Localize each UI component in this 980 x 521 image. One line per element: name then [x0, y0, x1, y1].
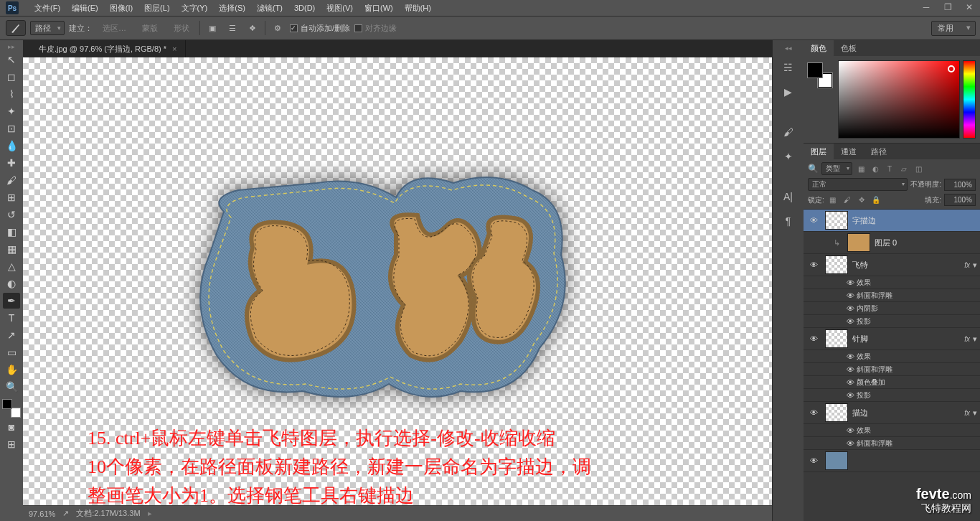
quick-mask-toggle[interactable]: ◙: [3, 419, 20, 435]
make-shape-button[interactable]: 形状: [168, 22, 195, 35]
gradient-tool[interactable]: ▦: [3, 241, 20, 257]
lock-trans-icon[interactable]: ▦: [827, 194, 839, 206]
character-icon[interactable]: A|: [780, 188, 797, 205]
lock-pixels-icon[interactable]: 🖌: [842, 194, 853, 206]
menu-image[interactable]: 图像(I): [104, 0, 138, 16]
brush-tool[interactable]: 🖌: [3, 172, 20, 188]
fx-badge[interactable]: fx: [964, 335, 970, 343]
filter-adjust-icon[interactable]: ◐: [870, 163, 881, 174]
layer-item[interactable]: ↳ 图层 0: [804, 232, 980, 254]
layer-name[interactable]: 字描边: [852, 215, 977, 226]
rectangle-tool[interactable]: ▭: [3, 344, 20, 360]
path-arrange-icon[interactable]: ❖: [245, 20, 260, 36]
pen-tool[interactable]: ✒: [3, 293, 20, 309]
layer-item[interactable]: 👁 描边 fx▾: [804, 402, 980, 424]
menu-layer[interactable]: 图层(L): [138, 0, 175, 16]
layer-thumbnail[interactable]: [825, 255, 848, 274]
eraser-tool[interactable]: ◧: [3, 224, 20, 240]
layer-item[interactable]: 👁 针脚 fx▾: [804, 328, 980, 350]
magic-wand-tool[interactable]: ✦: [3, 103, 20, 119]
visibility-icon[interactable]: 👁: [806, 334, 821, 343]
menu-filter[interactable]: 滤镜(T): [251, 0, 288, 16]
type-tool[interactable]: T: [3, 310, 20, 326]
fx-row[interactable]: 👁效果: [804, 350, 980, 363]
fx-row[interactable]: 👁斜面和浮雕: [804, 437, 980, 450]
filter-shape-icon[interactable]: ▱: [898, 163, 910, 174]
menu-edit[interactable]: 编辑(E): [66, 0, 104, 16]
doc-size[interactable]: 文档:2.17M/13.3M: [76, 508, 140, 519]
path-align-icon[interactable]: ☰: [225, 20, 240, 36]
channels-tab[interactable]: 通道: [834, 144, 864, 159]
stamp-tool[interactable]: ⊞: [3, 189, 20, 205]
menu-3d[interactable]: 3D(D): [288, 0, 321, 16]
pen-mode-dropdown[interactable]: 路径: [30, 21, 65, 35]
menu-type[interactable]: 文字(Y): [176, 0, 214, 16]
restore-button[interactable]: ❐: [937, 0, 958, 14]
fx-row[interactable]: 👁斜面和浮雕: [804, 289, 980, 302]
lasso-tool[interactable]: ⌇: [3, 86, 20, 102]
crop-tool[interactable]: ⊡: [3, 121, 20, 136]
zoom-tool[interactable]: 🔍: [3, 379, 20, 395]
layer-thumbnail[interactable]: [825, 451, 848, 470]
layer-item[interactable]: 👁: [804, 450, 980, 472]
make-mask-button[interactable]: 蒙版: [136, 22, 164, 35]
lock-position-icon[interactable]: ✥: [856, 194, 867, 206]
filter-pixels-icon[interactable]: ▦: [855, 163, 867, 174]
zoom-level[interactable]: 97.61%: [29, 510, 55, 518]
layer-name[interactable]: 图层 0: [875, 238, 977, 248]
layer-name[interactable]: 针脚: [852, 334, 964, 344]
menu-help[interactable]: 帮助(H): [399, 0, 437, 16]
path-select-tool[interactable]: ↗: [3, 327, 20, 343]
menu-file[interactable]: 文件(F): [29, 0, 66, 16]
swatches-tab[interactable]: 色板: [834, 40, 864, 56]
brush-presets-icon[interactable]: ✦: [780, 148, 797, 165]
layer-thumbnail[interactable]: [847, 233, 870, 252]
workspace-dropdown[interactable]: 常用: [931, 21, 976, 36]
color-field[interactable]: [838, 60, 960, 139]
fx-row[interactable]: 👁颜色叠加: [804, 376, 980, 389]
menu-window[interactable]: 窗口(W): [359, 0, 399, 16]
fx-badge[interactable]: fx: [964, 261, 970, 269]
layer-thumbnail[interactable]: [825, 211, 848, 230]
fx-badge[interactable]: fx: [964, 409, 970, 417]
minimize-button[interactable]: ─: [915, 0, 937, 14]
actions-icon[interactable]: ▶: [780, 83, 797, 100]
panel-color-swatches[interactable]: [808, 63, 832, 88]
layer-name[interactable]: 飞特: [852, 260, 964, 271]
move-tool[interactable]: ↖: [3, 52, 20, 67]
align-edges-checkbox[interactable]: 对齐边缘: [354, 23, 397, 34]
close-tab-icon[interactable]: ×: [172, 44, 176, 53]
hue-slider[interactable]: [963, 60, 976, 139]
layer-list[interactable]: 👁 字描边 ↳ 图层 0 👁 飞特 fx▾ 👁效果 👁斜面和浮: [804, 210, 980, 521]
marquee-tool[interactable]: ◻: [3, 69, 20, 85]
fx-row[interactable]: 👁效果: [804, 424, 980, 437]
color-swatches[interactable]: [2, 399, 21, 418]
visibility-icon[interactable]: 👁: [806, 216, 821, 225]
layers-tab[interactable]: 图层: [804, 144, 834, 159]
fx-row[interactable]: 👁斜面和浮雕: [804, 363, 980, 376]
document-tab[interactable]: 牛皮.jpg @ 97.6% (字描边, RGB/8) * ×: [30, 40, 186, 57]
history-brush-tool[interactable]: ↺: [3, 207, 20, 222]
opacity-input[interactable]: 100%: [944, 179, 976, 191]
layer-thumbnail[interactable]: [825, 403, 848, 422]
layer-thumbnail[interactable]: [825, 329, 848, 348]
brush-icon[interactable]: 🖌: [780, 123, 797, 141]
blend-mode-dropdown[interactable]: 正常: [808, 178, 908, 191]
fx-row[interactable]: 👁投影: [804, 389, 980, 402]
canvas[interactable]: 15. ctrl+鼠标左键单击飞特图层，执行选择-修改-收缩收缩 10个像素，在…: [23, 57, 772, 505]
background-color[interactable]: [11, 408, 21, 418]
eyedropper-tool[interactable]: 💧: [3, 138, 20, 154]
paragraph-icon[interactable]: ¶: [780, 212, 797, 230]
lock-all-icon[interactable]: 🔒: [870, 194, 882, 206]
foreground-color[interactable]: [2, 399, 12, 409]
fx-row[interactable]: 👁内阴影: [804, 302, 980, 315]
make-selection-button[interactable]: 选区…: [97, 22, 132, 35]
paths-tab[interactable]: 路径: [864, 144, 894, 159]
path-combine-icon[interactable]: ▣: [204, 20, 220, 36]
panel-fg-color[interactable]: [808, 63, 822, 78]
filter-type-dropdown[interactable]: 类型: [821, 162, 852, 175]
visibility-icon[interactable]: 👁: [806, 408, 821, 417]
layer-item[interactable]: 👁 飞特 fx▾: [804, 254, 980, 276]
visibility-icon[interactable]: 👁: [806, 260, 821, 269]
color-tab[interactable]: 颜色: [804, 40, 834, 56]
